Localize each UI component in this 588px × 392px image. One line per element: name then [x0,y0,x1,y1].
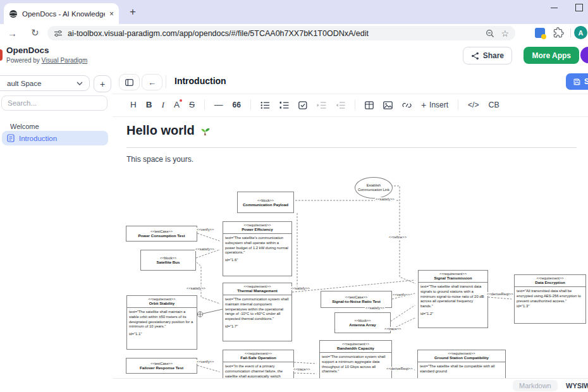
wysiwyg-mode-button[interactable]: WYSIWYG [561,380,588,391]
edge-label-verify: <<verify>> [196,360,214,364]
toolbar-divider [458,100,458,110]
document-canvas[interactable]: Hello world This space is yours. [113,117,588,378]
edge-label-trace: <<trace>> [293,367,310,371]
node-name: Power Efficiency [224,227,290,231]
font-color-button[interactable]: A [174,101,180,109]
diagram-node-failover-response-test: <<testCase>> Failover Response Test [126,358,197,374]
address-bar[interactable]: ai-toolbox.visual-paradigm.com/app/opend… [47,26,515,40]
node-id: id="1.1" [129,332,195,337]
node-name: Satellite Bus [156,260,180,264]
bold-button[interactable]: B [146,101,152,109]
outdent-button[interactable] [336,101,345,109]
visual-paradigm-link[interactable]: Visual Paradigm [42,57,88,64]
visual-paradigm-extension-icon[interactable] [535,28,545,38]
italic-button[interactable]: I [162,101,165,109]
diagram-node-power-consumption-test: <<testCase>> Power Consumption Test [126,226,197,242]
diagram-node-antenna-array: <<block>> Antenna Array [334,312,391,333]
share-button[interactable]: Share [463,47,512,64]
edge-label-verify: <<verify>> [392,293,410,297]
edge-label-satisfy: <<satisfy>> [195,247,215,251]
browser-toolbar: → ↻ ai-toolbox.visual-paradigm.com/app/o… [0,24,588,42]
requirements-diagram[interactable]: Establish Communication Link <<block>> C… [114,169,588,378]
node-text: text="The satellite shall maintain a sta… [129,310,195,329]
link-button[interactable] [402,101,412,109]
bookmark-star-icon[interactable]: ☆ [501,28,509,39]
heading-button[interactable]: H [130,101,137,109]
more-apps-button[interactable]: More Apps [524,47,579,64]
save-floppy-icon [573,78,580,85]
document-title: Introduction [175,76,226,86]
forward-icon[interactable]: → [8,28,17,39]
zoom-out-icon[interactable] [486,29,494,38]
space-name: ault Space [0,80,77,87]
toolbar-divider [204,100,205,110]
tab-close-icon[interactable]: × [109,10,114,18]
diagram-node-thermal-management: <<requirement>> Thermal Management text=… [223,283,292,341]
new-tab-button[interactable]: + [130,6,136,18]
sidebar-item-label: Introduction [19,135,57,142]
heading-text: Hello world [126,123,195,138]
minimize-icon[interactable] [551,8,558,8]
blockquote-button[interactable]: 66 [233,101,241,109]
formatting-toolbar: H B I A S — 66 [113,94,588,117]
node-name: Power Consumption Test [138,233,185,238]
node-name: Bandwidth Capacity [321,346,390,350]
save-button[interactable]: Save [566,73,588,90]
code-block-button[interactable]: CB [488,101,499,109]
inline-code-button[interactable]: </> [468,101,479,109]
browser-profile-avatar[interactable]: A [574,26,587,39]
diagram-node-ground-station-compatibility: <<requirement>> Ground Station Compatibi… [417,350,506,378]
editor-mode-bar: Markdown WYSIWYG [113,378,588,392]
checklist-button[interactable] [298,101,307,109]
edge-label-satisfy: <<satisfy>> [186,286,206,290]
reload-icon[interactable]: ↻ [31,27,39,39]
space-selector[interactable]: ault Space [0,75,90,91]
bullet-list-button[interactable] [260,101,270,109]
sidebar-item-introduction[interactable]: Introduction [2,131,108,145]
numbered-list-button[interactable] [279,101,289,109]
browser-tab[interactable]: OpenDocs - AI Knowledge Base × [4,3,119,24]
edge-label-satisfy: <<satisfy>> [290,286,310,290]
user-avatar[interactable] [580,47,588,63]
diagram-node-signal-transmission: <<requirement>> Signal Transmission text… [418,270,488,328]
horizontal-rule-button[interactable]: — [214,101,223,109]
edge-label-satisfy: <<satisfy>> [365,306,385,310]
document-icon [7,134,15,142]
sidebar-section-welcome: Welcome [10,123,39,130]
node-text: text="All transmitted data shall be encr… [517,289,584,303]
back-button[interactable]: ← [142,74,162,90]
app-header: OpenDocs Powered by Visual Paradigm Shar… [0,42,588,70]
node-id: id="1.3" [517,304,584,309]
heading-underline [126,147,577,148]
table-button[interactable] [365,101,374,109]
add-space-button[interactable]: + [94,75,111,92]
edge-label-trace: <<trace>> [384,327,401,331]
search-input[interactable] [1,95,107,111]
powered-by-prefix: Powered by [6,57,42,64]
diagram-node-establish-communication-link: Establish Communication Link [355,177,393,199]
edge-label-verify: <<verify>> [196,228,214,231]
image-button[interactable] [383,101,393,109]
editor-topbar: ← Introduction Save [113,70,588,94]
diagram-node-signal-to-noise-ratio-test: <<testCase>> Signal-to-Noise Ratio Test [321,291,392,308]
node-name: Data Encryption [516,280,584,285]
node-text: text="The satellite's communication subs… [225,236,290,255]
node-name: Signal Transmission [420,276,486,280]
url-text[interactable]: ai-toolbox.visual-paradigm.com/app/opend… [68,29,481,38]
maximize-icon[interactable] [575,4,583,11]
chevron-down-icon [77,82,83,85]
topbar-divider [166,75,166,88]
extensions-puzzle-icon[interactable] [553,27,564,38]
seedling-emoji [200,125,211,137]
strikethrough-button[interactable]: S [189,101,195,109]
site-settings-icon[interactable] [54,29,63,38]
diagram-node-communication-payload: <<block>> Communication Payload [237,192,294,213]
indent-button[interactable] [317,101,326,109]
edge-label-satisfy: <<satisfy>> [375,197,395,201]
markdown-mode-button[interactable]: Markdown [513,380,558,391]
favicon-globe-icon [9,9,18,18]
toggle-sidebar-button[interactable] [119,74,140,90]
insert-button[interactable]: + Insert [421,100,448,110]
edge-label-refine: <<refine>> [388,235,407,239]
powered-by: Powered by Visual Paradigm [6,57,87,64]
